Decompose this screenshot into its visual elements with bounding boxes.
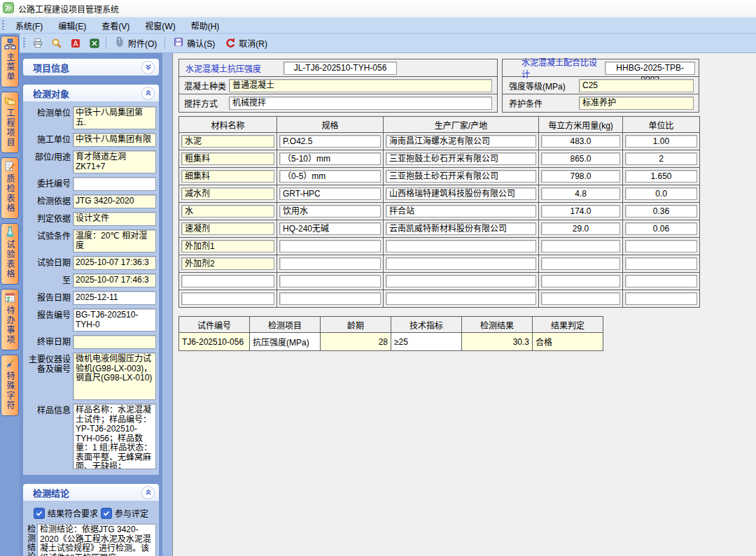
field-value-box[interactable]: 设计文件 bbox=[73, 212, 156, 226]
materials-cell-field[interactable] bbox=[279, 240, 381, 252]
materials-cell-field[interactable]: 1.650 bbox=[625, 170, 697, 183]
materials-cell-field[interactable] bbox=[625, 257, 697, 270]
materials-cell-field[interactable]: 水泥 bbox=[181, 135, 274, 148]
materials-cell-field[interactable]: （5-10）mm bbox=[279, 152, 381, 165]
field-value-box[interactable]: 2025-10-07 17:46:3 bbox=[73, 273, 156, 287]
materials-cell-field[interactable]: HQ-240无碱 bbox=[279, 222, 381, 235]
materials-cell-field[interactable]: 饮用水 bbox=[279, 205, 381, 218]
field-value-box[interactable]: 中铁十八局集团第五. bbox=[73, 106, 156, 129]
materials-cell-field[interactable] bbox=[541, 240, 620, 252]
nav-tab-1[interactable]: 主菜单 bbox=[1, 36, 19, 87]
excel-export-button[interactable] bbox=[85, 36, 103, 51]
materials-cell-field[interactable]: 三亚抱鼓土砂石开采有限公司 bbox=[386, 152, 536, 165]
field-value-box[interactable]: BG-TJ6-202510-TYH-0 bbox=[73, 308, 156, 332]
collapse-chevron-icon[interactable] bbox=[141, 486, 155, 499]
project-info-header[interactable]: 项目信息 bbox=[23, 59, 159, 76]
materials-cell-field[interactable]: 174.0 bbox=[541, 205, 620, 218]
expand-chevron-icon[interactable] bbox=[141, 61, 155, 74]
conclusion-textarea[interactable]: 检测结论：依据JTG 3420-2020《公路工程水泥及水泥混凝土试验规程》进行… bbox=[37, 524, 156, 556]
field-value-box[interactable]: 温度：20℃ 相对湿度 bbox=[73, 229, 156, 252]
menu-item-view[interactable]: 查看(V) bbox=[94, 18, 137, 33]
materials-cell-field[interactable]: 2 bbox=[625, 152, 697, 165]
field-value-box[interactable]: 育才隧道左洞ZK71+7 bbox=[73, 150, 156, 173]
materials-cell-field[interactable]: 29.0 bbox=[541, 222, 620, 235]
mix-design-code-field[interactable]: HHBG-2025-TPB-0002 bbox=[605, 62, 695, 75]
menu-item-help[interactable]: 帮助(H) bbox=[183, 18, 227, 33]
materials-cell-field[interactable]: 外加剂2 bbox=[181, 257, 274, 270]
form-field-value[interactable]: 普通混凝土 bbox=[229, 79, 492, 92]
toolbar-grip-handle[interactable] bbox=[23, 38, 25, 48]
mix-design-link[interactable]: 水泥混凝土配合比设计 bbox=[522, 56, 599, 80]
nav-tab-5[interactable]: 待办事项 bbox=[1, 289, 19, 350]
attachment-button[interactable]: 附件(O) bbox=[109, 36, 162, 51]
checkbox-result-meets-requirements[interactable] bbox=[34, 508, 45, 519]
materials-cell-field[interactable] bbox=[541, 257, 620, 270]
form-field-value[interactable]: 机械搅拌 bbox=[229, 97, 492, 110]
materials-cell-field[interactable] bbox=[386, 240, 536, 252]
materials-cell-field[interactable] bbox=[625, 292, 697, 305]
report-code-field[interactable]: JL-TJ6-202510-TYH-056 bbox=[284, 62, 397, 75]
materials-cell-field[interactable] bbox=[386, 257, 536, 270]
materials-cell-field[interactable] bbox=[625, 275, 697, 287]
nav-tab-4[interactable]: 试验表格 bbox=[1, 223, 19, 285]
materials-cell-field[interactable]: 0.0 bbox=[625, 187, 697, 200]
materials-cell-field[interactable]: 速凝剂 bbox=[181, 222, 274, 235]
materials-cell-field[interactable]: 0.06 bbox=[625, 222, 697, 235]
confirm-button[interactable]: 确认(S) bbox=[168, 36, 220, 51]
field-value-box[interactable]: 样品名称：水泥混凝土试件；样品编号：YP-TJ6-202510-TYH-056；… bbox=[73, 404, 156, 469]
preview-button[interactable] bbox=[48, 36, 65, 51]
field-value-box[interactable]: JTG 3420-2020 bbox=[73, 194, 156, 208]
pdf-export-button[interactable]: A bbox=[66, 36, 84, 51]
materials-cell-field[interactable]: 减水剂 bbox=[181, 187, 274, 200]
menu-item-window[interactable]: 视窗(W) bbox=[137, 18, 183, 33]
test-object-header[interactable]: 检测对象 bbox=[23, 85, 159, 101]
materials-cell-field[interactable]: 拌合站 bbox=[386, 205, 536, 218]
materials-cell-field[interactable]: 798.0 bbox=[541, 170, 620, 183]
field-value-box[interactable]: 中铁十八局集团有限 bbox=[73, 133, 156, 147]
materials-cell-field[interactable]: 水 bbox=[181, 205, 274, 218]
materials-cell-field[interactable] bbox=[181, 275, 274, 287]
materials-cell-field[interactable]: 细集料 bbox=[181, 170, 274, 183]
materials-cell-field[interactable]: 865.0 bbox=[541, 152, 620, 165]
test-report-link[interactable]: 水泥混凝土抗压强度 bbox=[186, 62, 261, 74]
materials-cell-field[interactable]: 外加剂1 bbox=[181, 240, 274, 252]
cancel-button[interactable]: 取消(R) bbox=[220, 36, 272, 51]
materials-cell-field[interactable]: 1.00 bbox=[625, 135, 697, 148]
collapse-chevron-icon[interactable] bbox=[141, 87, 155, 100]
nav-tab-3[interactable]: 质检表格 bbox=[1, 157, 19, 219]
materials-cell-field[interactable]: 三亚抱鼓土砂石开采有限公司 bbox=[386, 170, 536, 183]
form-field-value[interactable]: C25 bbox=[579, 79, 694, 92]
materials-cell-field[interactable] bbox=[625, 240, 697, 252]
form-field-value[interactable]: 标准养护 bbox=[579, 97, 694, 110]
field-value-box[interactable] bbox=[73, 177, 156, 191]
field-value-box[interactable] bbox=[73, 335, 156, 349]
materials-cell-field[interactable]: 山西格瑞特建筑科技股份有限公司 bbox=[386, 187, 536, 200]
menu-item-system[interactable]: 系统(F) bbox=[8, 18, 50, 33]
materials-cell-field[interactable]: 粗集料 bbox=[181, 152, 274, 165]
materials-cell-field[interactable] bbox=[181, 292, 274, 305]
conclusion-header[interactable]: 检测结论 bbox=[23, 484, 159, 501]
materials-cell-field[interactable]: （0-5）mm bbox=[279, 170, 381, 183]
materials-cell-field[interactable]: 483.0 bbox=[541, 135, 620, 148]
materials-cell-field[interactable]: P.O42.5 bbox=[279, 135, 381, 148]
materials-cell-field[interactable] bbox=[279, 292, 381, 305]
field-value-box[interactable]: 2025-10-07 17:36:3 bbox=[73, 256, 156, 270]
materials-cell-field[interactable]: 海南昌江海螺水泥有限公司 bbox=[386, 135, 536, 148]
materials-cell-field[interactable]: 0.36 bbox=[625, 205, 697, 218]
materials-cell-field[interactable] bbox=[541, 292, 620, 305]
nav-tab-6[interactable]: 特殊字符 bbox=[1, 355, 19, 416]
materials-cell-field[interactable] bbox=[279, 275, 381, 287]
materials-cell-field[interactable]: 4.8 bbox=[541, 187, 620, 200]
field-value-box[interactable]: 微机电液伺服压力试验机(G98-LX-003)，钢直尺(G98-LX-010) bbox=[73, 352, 156, 400]
menu-grip-handle[interactable] bbox=[2, 20, 4, 31]
materials-cell-field[interactable] bbox=[386, 275, 536, 287]
menu-item-edit[interactable]: 编辑(E) bbox=[50, 18, 94, 33]
print-button[interactable] bbox=[29, 36, 46, 51]
checkbox-participate-rating[interactable] bbox=[101, 508, 112, 519]
materials-cell-field[interactable] bbox=[279, 257, 381, 270]
nav-tab-2[interactable]: 工程项目 bbox=[1, 92, 19, 153]
field-value-box[interactable]: 2025-12-11 bbox=[73, 291, 156, 305]
sidebar-splitter[interactable] bbox=[162, 53, 173, 556]
materials-cell-field[interactable] bbox=[541, 275, 620, 287]
materials-cell-field[interactable] bbox=[386, 292, 536, 305]
